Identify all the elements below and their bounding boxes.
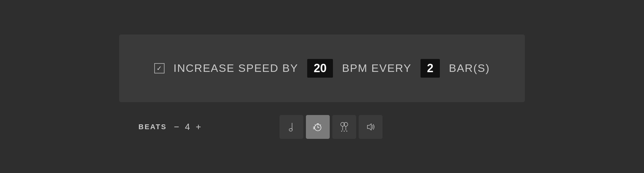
beats-control: − 4 + — [173, 122, 202, 132]
note-icon — [286, 121, 297, 133]
checkbox-check: ✓ — [156, 64, 162, 72]
svg-point-16 — [341, 130, 342, 131]
volume-button[interactable] — [359, 115, 383, 139]
beats-label: BEATS — [138, 123, 167, 131]
timer-button[interactable] — [306, 115, 330, 139]
speed-increase-card: ✓ INCREASE SPEED BY 20 BPM EVERY 2 BAR(S… — [119, 34, 525, 102]
beats-value: 4 — [185, 122, 190, 132]
svg-marker-19 — [367, 124, 371, 130]
main-container: ✓ INCREASE SPEED BY 20 BPM EVERY 2 BAR(S… — [119, 34, 525, 139]
beats-section: BEATS − 4 + — [138, 122, 202, 132]
svg-line-6 — [320, 125, 321, 125]
maracas-button[interactable] — [332, 115, 356, 139]
card-content: ✓ INCREASE SPEED BY 20 BPM EVERY 2 BAR(S… — [154, 59, 490, 78]
maracas-icon — [338, 121, 350, 133]
svg-point-18 — [346, 130, 347, 131]
timer-icon — [312, 121, 324, 133]
toolbar-buttons — [279, 115, 383, 139]
beats-minus-button[interactable]: − — [173, 122, 180, 131]
label-bars: BAR(S) — [449, 62, 490, 74]
volume-icon — [365, 121, 376, 133]
label-increase-speed-by: INCREASE SPEED BY — [174, 62, 298, 74]
bpm-value-box[interactable]: 20 — [307, 59, 333, 78]
label-bpm-every: BPM EVERY — [342, 62, 412, 74]
beats-plus-button[interactable]: + — [194, 122, 202, 131]
enable-checkbox[interactable]: ✓ — [154, 63, 165, 73]
svg-point-17 — [344, 130, 345, 131]
svg-line-5 — [315, 125, 316, 125]
note-button[interactable] — [279, 115, 303, 139]
bar-value-box[interactable]: 2 — [421, 59, 440, 78]
checkbox-box[interactable]: ✓ — [154, 63, 165, 73]
svg-point-1 — [289, 129, 292, 131]
bottom-bar: BEATS − 4 + — [119, 115, 525, 139]
